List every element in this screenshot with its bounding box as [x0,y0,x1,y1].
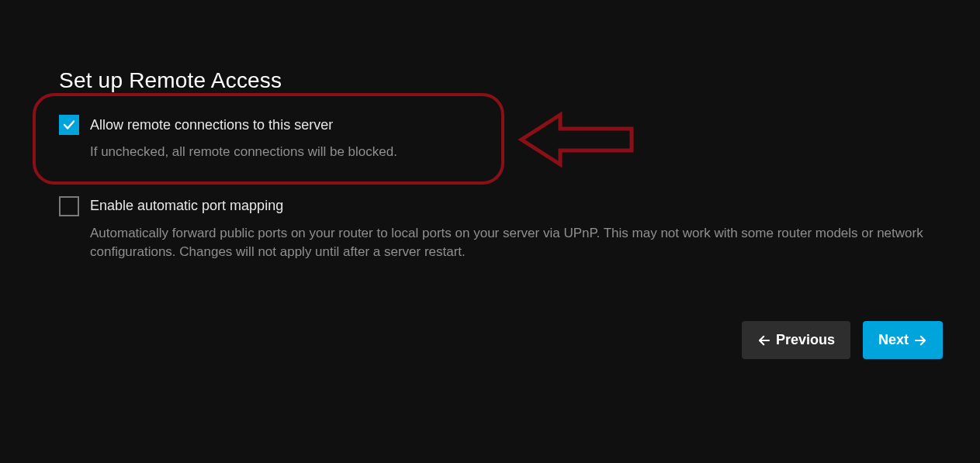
checkbox-desc-allow-remote: If unchecked, all remote connections wil… [59,143,933,162]
previous-button-label: Previous [776,332,835,348]
next-button[interactable]: Next [863,321,943,359]
check-icon [62,118,76,132]
checkbox-allow-remote[interactable] [59,115,79,135]
checkbox-desc-auto-port-mapping: Automatically forward public ports on yo… [59,224,933,262]
next-button-label: Next [878,332,909,348]
checkbox-label-auto-port-mapping[interactable]: Enable automatic port mapping [90,198,283,214]
checkbox-auto-port-mapping[interactable] [59,196,79,216]
setting-allow-remote: Allow remote connections to this server … [59,115,933,162]
page-title: Set up Remote Access [59,68,933,93]
previous-button[interactable]: Previous [742,321,850,359]
checkbox-label-allow-remote[interactable]: Allow remote connections to this server [90,117,333,133]
arrow-left-icon [757,333,771,347]
arrow-right-icon [913,333,927,347]
setting-auto-port-mapping: Enable automatic port mapping Automatica… [59,196,933,262]
